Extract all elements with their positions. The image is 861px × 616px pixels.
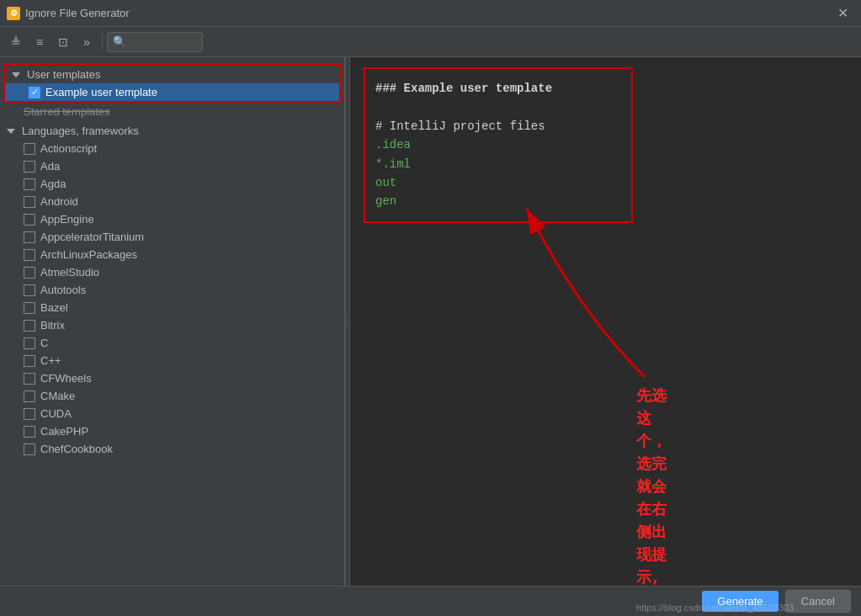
language-item[interactable]: Actionscript (0, 140, 344, 157)
language-item[interactable]: Bitrix (0, 316, 344, 334)
language-item[interactable]: CakePHP (0, 422, 344, 440)
language-item[interactable]: Agda (0, 175, 344, 193)
language-item[interactable]: Bazel (0, 299, 344, 316)
toolbar: ≜ ≡ ⊡ » 🔍 (0, 27, 861, 57)
language-list: ActionscriptAdaAgdaAndroidAppEngineAppce… (0, 140, 344, 458)
language-checkbox[interactable] (24, 426, 35, 438)
watermark: https://blog.csdn.net/weixin_45583303 (636, 603, 794, 613)
starred-templates-label: Starred templates (24, 105, 110, 118)
cancel-button[interactable]: Cancel (785, 590, 851, 613)
close-button[interactable]: ✕ (831, 2, 854, 25)
language-item[interactable]: CUDA (0, 405, 344, 422)
language-item[interactable]: ChefCookbook (0, 440, 344, 458)
left-panel: User templates ✓ Example user template S… (0, 57, 345, 586)
search-box[interactable]: 🔍 (107, 32, 203, 52)
language-label: Agda (40, 178, 66, 190)
code-line-3: # IntelliJ project files (375, 117, 621, 135)
language-item[interactable]: AppEngine (0, 210, 344, 228)
code-box: ### Example user template # IntelliJ pro… (364, 67, 633, 223)
language-label: AppceleratorTitanium (40, 231, 144, 243)
code-line-4: .idea (375, 135, 621, 154)
code-line-6: out (375, 173, 621, 192)
content-area: User templates ✓ Example user template S… (0, 57, 861, 586)
starred-templates-item[interactable]: Starred templates (0, 103, 344, 120)
language-checkbox[interactable] (24, 214, 35, 226)
language-checkbox[interactable] (24, 373, 35, 385)
language-item[interactable]: Android (0, 193, 344, 210)
toolbar-btn-1[interactable]: ≜ (5, 31, 27, 53)
toolbar-btn-3[interactable]: ⊡ (52, 31, 74, 53)
example-template-label: Example user template (45, 86, 157, 98)
main-container: ≜ ≡ ⊡ » 🔍 User templates ✓ Example us (0, 27, 861, 616)
language-item[interactable]: AppceleratorTitanium (0, 228, 344, 246)
language-checkbox[interactable] (24, 408, 35, 420)
annotation-text: 先选这个，选完就会在右侧出现提示,后面需要忽略那些文件我们在手动添加即可 (636, 385, 667, 586)
user-templates-label: User templates (27, 68, 100, 81)
language-label: ArchLinuxPackages (40, 248, 137, 261)
user-templates-group-header[interactable]: User templates (5, 66, 339, 83)
language-checkbox[interactable] (24, 178, 35, 190)
code-line-5: *.iml (375, 155, 621, 173)
language-item[interactable]: Ada (0, 157, 344, 175)
title-bar-text: Ignore File Generator (25, 7, 130, 19)
languages-collapse-icon (7, 129, 15, 134)
language-item[interactable]: C (0, 334, 344, 352)
language-checkbox[interactable] (24, 443, 35, 455)
language-checkbox[interactable] (24, 355, 35, 367)
language-label: CMake (40, 390, 75, 402)
language-label: CFWheels (40, 372, 92, 385)
language-checkbox[interactable] (24, 302, 35, 314)
language-checkbox[interactable] (24, 161, 35, 173)
language-item[interactable]: Autotools (0, 281, 344, 299)
language-label: CakePHP (40, 425, 88, 438)
language-checkbox[interactable] (24, 284, 35, 296)
language-item[interactable]: CFWheels (0, 369, 344, 387)
language-label: ChefCookbook (40, 443, 113, 455)
bottom-bar: https://blog.csdn.net/weixin_45583303 Ge… (0, 586, 861, 616)
language-checkbox[interactable] (24, 196, 35, 208)
language-checkbox[interactable] (24, 390, 35, 402)
toolbar-separator (102, 34, 103, 50)
language-item[interactable]: C++ (0, 352, 344, 369)
code-line-1: ### Example user template (375, 79, 621, 98)
languages-group-label: Languages, frameworks (22, 125, 139, 137)
language-label: AtmelStudio (40, 266, 99, 279)
language-label: CUDA (40, 407, 72, 420)
language-label: C (40, 337, 48, 349)
example-user-template-item[interactable]: ✓ Example user template (5, 83, 339, 101)
language-label: Bitrix (40, 319, 65, 332)
code-line-2 (375, 98, 621, 116)
code-line-7: gen (375, 192, 621, 210)
language-label: AppEngine (40, 213, 94, 226)
example-template-checkbox[interactable]: ✓ (29, 87, 40, 98)
languages-group-header[interactable]: Languages, frameworks (0, 122, 344, 140)
language-checkbox[interactable] (24, 143, 35, 155)
collapse-icon (12, 72, 20, 77)
language-label: Actionscript (40, 142, 97, 155)
language-item[interactable]: ArchLinuxPackages (0, 246, 344, 263)
user-templates-box: User templates ✓ Example user template (3, 64, 341, 103)
language-checkbox[interactable] (24, 231, 35, 243)
toolbar-btn-4[interactable]: » (76, 31, 98, 53)
language-checkbox[interactable] (24, 249, 35, 261)
language-label: Autotools (40, 284, 86, 296)
language-item[interactable]: AtmelStudio (0, 263, 344, 281)
toolbar-btn-2[interactable]: ≡ (29, 31, 50, 53)
title-bar: ⚙ Ignore File Generator ✕ (0, 0, 861, 27)
language-checkbox[interactable] (24, 337, 35, 349)
search-input[interactable] (130, 36, 197, 48)
language-checkbox[interactable] (24, 267, 35, 279)
language-label: Bazel (40, 301, 68, 314)
app-icon: ⚙ (7, 7, 20, 20)
language-label: Android (40, 195, 78, 208)
title-bar-left: ⚙ Ignore File Generator (7, 7, 130, 20)
search-icon: 🔍 (113, 35, 126, 48)
language-item[interactable]: CMake (0, 387, 344, 405)
language-checkbox[interactable] (24, 320, 35, 332)
right-panel: ### Example user template # IntelliJ pro… (350, 57, 861, 586)
language-label: C++ (40, 354, 61, 367)
language-label: Ada (40, 160, 60, 173)
